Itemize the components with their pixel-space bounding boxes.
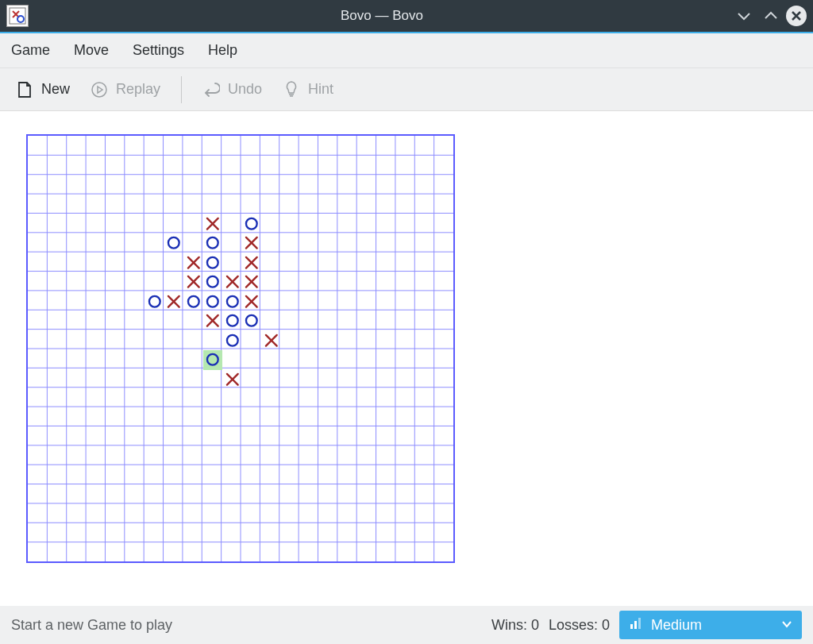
menu-help[interactable]: Help	[208, 42, 237, 59]
x-mark-cell[interactable]	[262, 330, 282, 350]
svg-rect-60	[630, 624, 633, 629]
lightbulb-icon	[283, 81, 300, 98]
new-button[interactable]: New	[16, 81, 70, 98]
hint-button[interactable]: Hint	[283, 81, 333, 98]
x-mark-cell[interactable]	[203, 214, 223, 233]
svg-rect-61	[634, 621, 637, 629]
svg-point-58	[227, 335, 238, 346]
losses-stat: Losses: 0	[549, 617, 610, 634]
svg-point-4	[92, 83, 106, 97]
x-mark-cell[interactable]	[183, 272, 203, 292]
menu-game[interactable]: Game	[11, 42, 50, 59]
wins-value: 0	[531, 617, 539, 633]
new-label: New	[41, 81, 70, 98]
difficulty-label: Medium	[651, 617, 702, 634]
window-title: Bovo — Bovo	[35, 8, 729, 24]
chevron-down-icon	[781, 617, 792, 634]
game-board[interactable]	[26, 134, 455, 563]
losses-value: 0	[602, 617, 610, 633]
o-mark-cell[interactable]	[203, 291, 223, 311]
status-message: Start a new Game to play	[11, 617, 482, 634]
o-mark-cell[interactable]	[144, 291, 164, 311]
statusbar: Start a new Game to play Wins: 0 Losses:…	[0, 606, 813, 644]
o-mark-cell[interactable]	[242, 311, 262, 331]
svg-point-57	[246, 315, 257, 326]
x-mark-cell[interactable]	[203, 311, 223, 331]
replay-label: Replay	[116, 81, 160, 98]
x-mark-cell[interactable]	[164, 291, 184, 311]
o-mark-cell[interactable]	[203, 272, 223, 292]
menu-settings[interactable]: Settings	[133, 42, 184, 59]
o-mark-cell[interactable]	[222, 330, 242, 350]
wins-stat: Wins: 0	[491, 617, 539, 634]
svg-rect-62	[638, 618, 641, 629]
o-mark-cell[interactable]	[164, 233, 184, 253]
svg-point-49	[207, 237, 218, 249]
losses-label: Losses:	[549, 617, 598, 633]
menubar: Game Move Settings Help	[0, 33, 813, 68]
svg-point-53	[188, 296, 199, 307]
undo-icon	[202, 81, 220, 98]
svg-point-52	[149, 296, 160, 307]
new-document-icon	[16, 81, 33, 98]
titlebar: Bovo — Bovo	[0, 0, 813, 33]
o-mark-cell[interactable]	[203, 350, 223, 370]
x-mark-cell[interactable]	[242, 233, 262, 253]
app-icon	[6, 5, 29, 27]
svg-point-54	[207, 296, 218, 307]
toolbar-separator	[181, 76, 182, 103]
undo-label: Undo	[228, 81, 262, 98]
menu-move[interactable]: Move	[74, 42, 109, 59]
bars-icon	[629, 616, 643, 634]
x-mark-cell[interactable]	[242, 291, 262, 311]
difficulty-selector[interactable]: Medium	[619, 611, 802, 639]
x-mark-cell[interactable]	[183, 253, 203, 272]
o-mark-cell[interactable]	[222, 311, 242, 331]
undo-button[interactable]: Undo	[202, 81, 262, 98]
svg-point-51	[207, 276, 218, 287]
svg-point-48	[168, 237, 179, 249]
close-button[interactable]	[786, 6, 807, 26]
o-mark-cell[interactable]	[222, 291, 242, 311]
game-area	[6, 118, 807, 606]
svg-point-55	[227, 296, 238, 307]
x-mark-cell[interactable]	[242, 272, 262, 292]
toolbar: New Replay Undo Hint	[0, 68, 813, 111]
minimize-button[interactable]	[732, 4, 756, 28]
svg-point-50	[207, 257, 218, 268]
play-circle-icon	[91, 81, 108, 98]
svg-point-47	[246, 218, 257, 229]
o-mark-cell[interactable]	[203, 233, 223, 253]
svg-point-56	[227, 315, 238, 326]
hint-label: Hint	[308, 81, 333, 98]
svg-point-59	[207, 354, 218, 365]
wins-label: Wins:	[491, 617, 527, 633]
o-mark-cell[interactable]	[203, 253, 223, 272]
o-mark-cell[interactable]	[242, 214, 262, 233]
replay-button[interactable]: Replay	[91, 81, 160, 98]
o-mark-cell[interactable]	[183, 291, 203, 311]
x-mark-cell[interactable]	[222, 272, 242, 292]
x-mark-cell[interactable]	[242, 253, 262, 272]
maximize-button[interactable]	[759, 4, 783, 28]
x-mark-cell[interactable]	[222, 370, 242, 390]
